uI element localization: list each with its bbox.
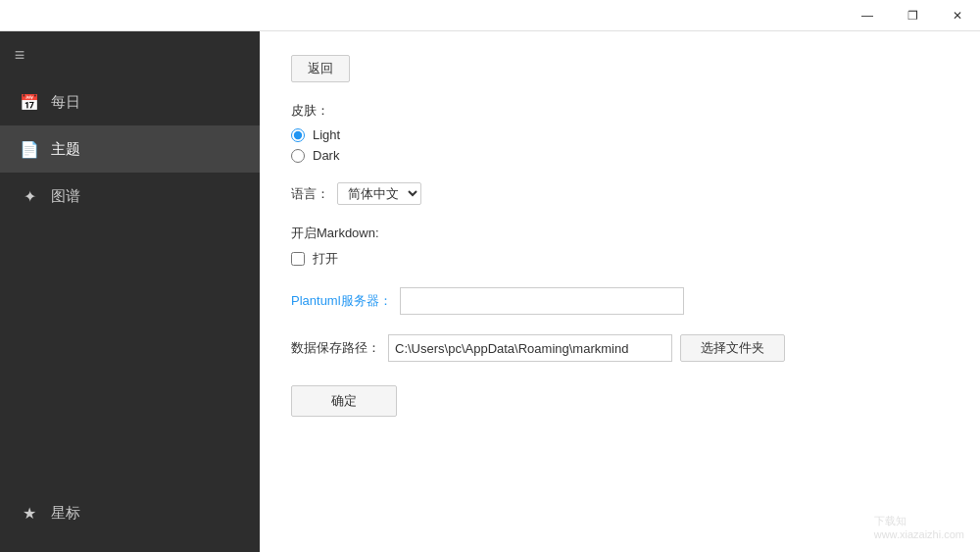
- sidebar-spacer: [0, 220, 260, 489]
- sidebar-item-mindmap[interactable]: ✦ 图谱: [0, 173, 260, 220]
- plantuml-row: Plantuml服务器：: [291, 287, 949, 315]
- plantuml-label: Plantuml服务器：: [291, 292, 392, 310]
- skin-light-label: Light: [313, 127, 340, 142]
- watermark: 下载知www.xiazaizhi.com: [874, 514, 964, 540]
- markdown-label: 开启Markdown:: [291, 225, 949, 242]
- confirm-button[interactable]: 确定: [291, 385, 397, 417]
- data-path-input[interactable]: [388, 334, 672, 362]
- close-button[interactable]: ✕: [935, 0, 980, 31]
- sidebar-item-starred[interactable]: ★ 星标: [0, 489, 260, 536]
- markdown-section: 开启Markdown: 打开: [291, 225, 949, 268]
- markdown-checkbox-item[interactable]: 打开: [291, 250, 949, 268]
- sidebar-item-theme[interactable]: 📄 主题: [0, 125, 260, 173]
- skin-radio-group: Light Dark: [291, 127, 949, 163]
- language-label: 语言：: [291, 185, 329, 203]
- back-button[interactable]: 返回: [291, 55, 350, 82]
- plantuml-input[interactable]: [400, 287, 684, 315]
- skin-label: 皮肤：: [291, 102, 949, 120]
- sidebar-item-starred-label: 星标: [51, 504, 80, 523]
- sidebar-item-daily[interactable]: 📅 每日: [0, 78, 260, 125]
- sidebar-item-daily-label: 每日: [51, 93, 80, 112]
- daily-icon: 📅: [20, 93, 39, 112]
- skin-light-option[interactable]: Light: [291, 127, 949, 142]
- sidebar-item-mindmap-label: 图谱: [51, 187, 80, 206]
- skin-dark-label: Dark: [313, 148, 339, 163]
- minimize-button[interactable]: —: [845, 0, 890, 31]
- language-select[interactable]: 简体中文 English: [337, 182, 421, 205]
- plantuml-section: Plantuml服务器：: [291, 287, 949, 315]
- data-path-row: 数据保存路径： 选择文件夹: [291, 334, 949, 362]
- language-section: 语言： 简体中文 English: [291, 182, 949, 205]
- skin-section: 皮肤： Light Dark: [291, 102, 949, 163]
- folder-select-button[interactable]: 选择文件夹: [680, 334, 785, 362]
- hamburger-menu-button[interactable]: ≡: [0, 35, 39, 75]
- markdown-checkbox-label: 打开: [313, 250, 338, 268]
- content-area: 返回 皮肤： Light Dark 语言： 简体中文 English: [260, 31, 980, 552]
- sidebar-item-theme-label: 主题: [51, 140, 80, 159]
- mindmap-icon: ✦: [20, 187, 39, 206]
- data-path-label: 数据保存路径：: [291, 339, 380, 357]
- starred-icon: ★: [20, 504, 39, 523]
- main-container: ≡ 📅 每日 📄 主题 ✦ 图谱 ★ 星标 返回 皮肤：: [0, 31, 980, 552]
- skin-dark-radio[interactable]: [291, 149, 305, 163]
- skin-dark-option[interactable]: Dark: [291, 148, 949, 163]
- maximize-button[interactable]: ❐: [890, 0, 935, 31]
- markdown-checkbox[interactable]: [291, 252, 305, 266]
- title-bar: — ❐ ✕: [0, 0, 980, 31]
- theme-icon: 📄: [20, 140, 39, 159]
- sidebar: ≡ 📅 每日 📄 主题 ✦ 图谱 ★ 星标: [0, 31, 260, 552]
- data-path-section: 数据保存路径： 选择文件夹: [291, 334, 949, 362]
- skin-light-radio[interactable]: [291, 128, 305, 142]
- title-bar-controls: — ❐ ✕: [845, 0, 980, 30]
- hamburger-icon: ≡: [15, 45, 25, 66]
